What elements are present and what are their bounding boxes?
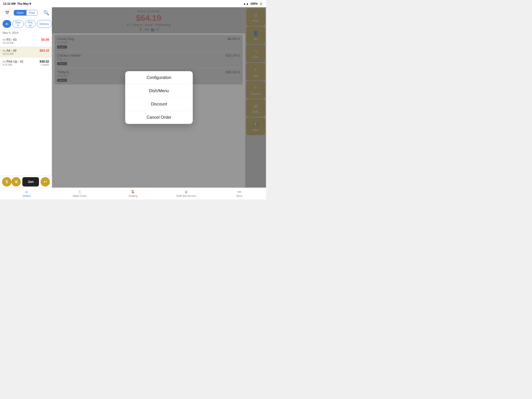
bottom-actions: $ ⊕ Jon ↩ [0, 176, 52, 188]
filter-all[interactable]: All [3, 20, 11, 28]
order-icon: 🍽 [3, 38, 5, 41]
battery-icon: 🔋 [259, 2, 263, 5]
staff-icon: 🖥 [184, 190, 188, 194]
make-order-icon: 🍴 [78, 190, 82, 194]
dollar-button[interactable]: $ [2, 177, 11, 187]
right-panel: 5/9/19, 10:03 AM $64.19 #2 - Dine in - L… [52, 7, 266, 188]
nav-make-order-label: Make Order [73, 195, 87, 197]
filter-row: All Dine in Pick up Delivery [0, 18, 52, 30]
nav-seating-label: Seating [129, 195, 137, 197]
search-button[interactable]: 🔍 [43, 10, 49, 16]
order-list: 🍽 P3 - #3 $6.99 10:04 AM 🍽 A4 - #2 $64.1… [0, 36, 52, 180]
modal-discount[interactable]: Discount [125, 98, 193, 111]
order-amount: $6.99 [41, 38, 49, 42]
order-item[interactable]: 🍽 Pick Up - #1 $48.52 9:35 AM Charlie [0, 58, 52, 69]
main-container: 📅 Open Paid 🔍 All Dine in Pick up Delive… [0, 7, 266, 188]
modal-overlay[interactable]: Configuration Dish/Menu Discount Cancel … [52, 7, 266, 188]
modal-dish-menu[interactable]: Dish/Menu [125, 84, 193, 98]
date-header: May 9, 2019 [0, 30, 52, 36]
orders-icon: ≡ [25, 190, 28, 194]
modal-box: Configuration Dish/Menu Discount Cancel … [125, 71, 193, 124]
order-name: 🍽 A4 - #2 [3, 49, 17, 52]
battery-percent: 100% [250, 2, 258, 5]
order-icon: 🍽 [3, 49, 5, 52]
nav-staff-label: Staff Self Service [176, 195, 196, 197]
order-time: 10:03 AM [3, 52, 14, 55]
modal-cancel-order[interactable]: Cancel Order [125, 111, 193, 124]
nav-more-label: More [236, 195, 242, 197]
calendar-button[interactable]: 📅 [3, 9, 12, 16]
open-button[interactable]: Open [14, 10, 26, 15]
order-amount: $48.52 [39, 60, 49, 63]
repeat-button[interactable]: ↩ [41, 177, 50, 187]
move-button[interactable]: ⊕ [11, 177, 21, 187]
order-name: 🍽 Pick Up - #1 [3, 60, 23, 63]
order-icon: 🍽 [3, 60, 5, 63]
paid-button[interactable]: Paid [26, 10, 37, 15]
order-time: 9:35 AM [3, 63, 12, 66]
filter-delivery[interactable]: Delivery [37, 20, 52, 28]
nav-make-order[interactable]: 🍴 Make Order [53, 188, 107, 200]
order-name: 🍽 P3 - #3 [3, 38, 17, 42]
nav-orders-label: Orders [23, 195, 31, 197]
nav-staff-self-service[interactable]: 🖥 Staff Self Service [159, 188, 213, 200]
more-icon: ••• [237, 190, 241, 194]
order-item[interactable]: 🍽 P3 - #3 $6.99 10:04 AM [0, 36, 52, 47]
nav-seating[interactable]: 🪑 Seating [107, 188, 160, 200]
open-paid-toggle: Open Paid [14, 10, 38, 16]
jon-button[interactable]: Jon [22, 177, 39, 187]
wifi-icon: ▲▲ [243, 2, 249, 5]
left-header: 📅 Open Paid 🔍 [0, 7, 52, 18]
left-panel: 📅 Open Paid 🔍 All Dine in Pick up Delive… [0, 7, 52, 188]
order-item[interactable]: 🍽 A4 - #2 $64.19 10:03 AM [0, 47, 52, 58]
nav-more[interactable]: ••• More [213, 188, 266, 200]
order-time: 10:04 AM [3, 42, 14, 44]
nav-orders[interactable]: ≡ Orders [0, 188, 53, 200]
modal-configuration[interactable]: Configuration [125, 71, 193, 84]
status-bar: 11:12 AM Thu May 9 ▲▲ 100% 🔋 [0, 0, 266, 7]
status-day: Thu May 9 [17, 2, 31, 5]
filter-dinein[interactable]: Dine in [12, 20, 24, 28]
order-staff: Charlie [41, 63, 49, 66]
filter-pickup[interactable]: Pick up [25, 20, 36, 28]
seating-icon: 🪑 [131, 190, 135, 194]
order-amount: $64.19 [39, 49, 49, 52]
bottom-nav: ≡ Orders 🍴 Make Order 🪑 Seating 🖥 Staff … [0, 188, 266, 200]
status-time: 11:12 AM [3, 2, 16, 5]
